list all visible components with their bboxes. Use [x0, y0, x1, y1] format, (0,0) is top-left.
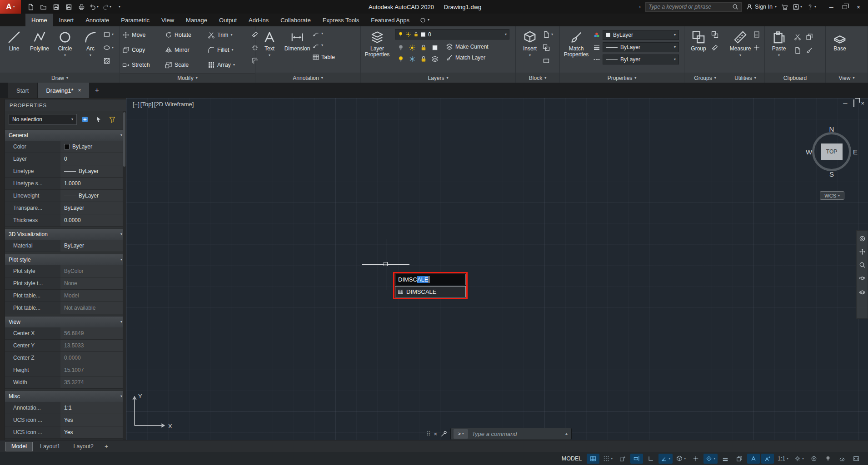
- qat-customize-button[interactable]: ▾: [114, 1, 125, 12]
- array-button[interactable]: Array▾: [208, 61, 250, 69]
- new-layout-button[interactable]: +: [101, 443, 112, 450]
- layer-isolate-button[interactable]: [409, 44, 416, 51]
- property-row[interactable]: Plot table... Not available: [5, 302, 126, 314]
- redo-button[interactable]: ▾: [101, 1, 113, 12]
- line-button[interactable]: Line: [1, 26, 27, 73]
- match-layer-button[interactable]: Match Layer: [446, 54, 489, 61]
- annotation-scale-button[interactable]: 1:1▾: [775, 454, 791, 464]
- layer-properties-button[interactable]: Layer Properties: [362, 26, 392, 73]
- close-command-line-icon[interactable]: ×: [434, 430, 438, 437]
- property-row[interactable]: Plot style t... None: [5, 277, 126, 290]
- search-icon[interactable]: [732, 4, 738, 10]
- stretch-button[interactable]: Stretch: [122, 61, 165, 69]
- wcs-badge[interactable]: WCS ▾: [820, 191, 844, 200]
- block-editor-button[interactable]: [543, 57, 553, 64]
- model-space-toggle[interactable]: MODEL: [558, 455, 585, 462]
- paste-button[interactable]: Paste ▾: [766, 26, 792, 73]
- selection-cycling-toggle[interactable]: [733, 454, 746, 464]
- file-tab-drawing1[interactable]: Drawing1* ×: [38, 83, 89, 98]
- sign-in-button[interactable]: Sign In ▾: [746, 4, 777, 10]
- scrollbar-thumb[interactable]: [123, 112, 125, 167]
- rectangle-button[interactable]: ▾: [103, 31, 114, 38]
- customize-wrench-icon[interactable]: [440, 430, 447, 437]
- workspace-settings-button[interactable]: ▾: [792, 454, 806, 464]
- viewcube-east[interactable]: E: [853, 148, 858, 156]
- hatch-button[interactable]: [103, 57, 114, 64]
- graphics-performance-toggle[interactable]: [836, 454, 848, 464]
- select-objects-button[interactable]: [93, 114, 104, 124]
- ribbon-tab[interactable]: Express Tools: [317, 14, 365, 26]
- annotation-panel-label[interactable]: Annotation▾: [255, 73, 360, 83]
- object-snap-tracking-toggle[interactable]: [689, 454, 702, 464]
- properties-panel-label[interactable]: Properties▾: [560, 73, 684, 83]
- viewport-minimize-control[interactable]: [−]: [133, 101, 140, 108]
- id-point-button[interactable]: [753, 44, 760, 51]
- zoom-icon[interactable]: [859, 262, 866, 268]
- search-expand-icon[interactable]: ›: [639, 4, 641, 10]
- ribbon-tab[interactable]: View: [155, 14, 180, 26]
- object-color-select[interactable]: ByLayer ▾: [603, 30, 679, 40]
- palette-scrollbar[interactable]: [123, 111, 126, 440]
- multileader-button[interactable]: ▾: [312, 42, 335, 49]
- modify-panel-label[interactable]: Modify▾: [120, 73, 255, 83]
- isolate-objects-button[interactable]: [822, 454, 834, 464]
- minimize-button[interactable]: ─: [824, 0, 838, 14]
- property-row[interactable]: Width 35.3274: [5, 376, 126, 389]
- view-panel-label[interactable]: View▾: [826, 73, 868, 83]
- layer-lock-button[interactable]: [420, 44, 427, 51]
- viewcube[interactable]: N S W E TOP: [807, 127, 857, 177]
- rotate-button[interactable]: Rotate: [165, 31, 208, 39]
- viewport-visual-style-control[interactable]: [2D Wireframe]: [154, 101, 194, 108]
- layout-tab[interactable]: Layout1: [34, 442, 66, 451]
- quick-select-button[interactable]: [107, 114, 118, 124]
- property-row[interactable]: Linetype ByLayer: [5, 165, 126, 178]
- property-row[interactable]: Thickness 0.0000: [5, 214, 126, 227]
- drag-grip-icon[interactable]: ⠿: [426, 430, 431, 437]
- app-menu-button[interactable]: A ▾: [0, 0, 21, 14]
- auto-scale-toggle[interactable]: [761, 454, 774, 464]
- property-row[interactable]: Transpare... ByLayer: [5, 202, 126, 214]
- new-file-button[interactable]: [25, 1, 36, 12]
- trim-button[interactable]: Trim▾: [208, 31, 250, 39]
- drawing-restore-button[interactable]: [853, 100, 854, 107]
- base-view-button[interactable]: Base: [827, 26, 853, 73]
- arc-button[interactable]: Arc ▾: [78, 26, 103, 73]
- pan-icon[interactable]: [859, 248, 866, 255]
- measure-button[interactable]: Measure ▾: [728, 26, 753, 73]
- viewcube-top-face[interactable]: TOP: [821, 143, 843, 160]
- property-row[interactable]: Center Y 13.5033: [5, 340, 126, 352]
- mirror-button[interactable]: Mirror: [165, 46, 208, 54]
- copy-button[interactable]: Copy: [122, 46, 165, 54]
- cut-button[interactable]: [794, 33, 801, 40]
- make-current-button[interactable]: Make Current: [446, 43, 489, 50]
- drawing-minimize-button[interactable]: ─: [843, 100, 847, 107]
- property-row[interactable]: Plot style ByColor: [5, 265, 126, 277]
- ribbon-tab[interactable]: Annotate: [80, 14, 115, 26]
- grid-display-toggle[interactable]: [587, 454, 599, 464]
- match-properties-button[interactable]: Match Properties: [561, 26, 591, 73]
- ortho-mode-toggle[interactable]: [644, 454, 657, 464]
- edit-attributes-button[interactable]: ▾: [543, 31, 553, 38]
- layer-freeze-button[interactable]: [409, 55, 416, 63]
- ribbon-tab[interactable]: Insert: [53, 14, 80, 26]
- ellipse-button[interactable]: ▾: [103, 44, 114, 51]
- infer-constraints-toggle[interactable]: [616, 454, 629, 464]
- isometric-drafting-toggle[interactable]: ▾: [674, 454, 688, 464]
- layer-unlock-button[interactable]: [420, 55, 427, 63]
- scale-button[interactable]: Scale: [165, 61, 208, 69]
- palette-title[interactable]: PROPERTIES: [5, 99, 126, 111]
- plot-button[interactable]: [75, 1, 87, 12]
- snap-mode-toggle[interactable]: ▾: [601, 454, 615, 464]
- open-file-button[interactable]: [37, 1, 49, 12]
- ribbon-tab[interactable]: Manage: [180, 14, 213, 26]
- suggestion-item-dimscale[interactable]: DIMSCALE: [395, 286, 466, 297]
- file-tab-start[interactable]: Start: [8, 83, 37, 98]
- property-row[interactable]: Annotatio... 1:1: [5, 402, 126, 414]
- copy-with-basepoint-button[interactable]: [794, 47, 801, 54]
- ribbon-display-toggle[interactable]: ▾: [420, 14, 429, 26]
- chevron-up-icon[interactable]: ▲: [564, 431, 569, 436]
- groups-panel-label[interactable]: Groups▾: [684, 73, 726, 83]
- ungroup-button[interactable]: [711, 31, 718, 38]
- restore-button[interactable]: [838, 0, 852, 14]
- command-input[interactable]: >▾ Type a command ▲: [450, 428, 572, 440]
